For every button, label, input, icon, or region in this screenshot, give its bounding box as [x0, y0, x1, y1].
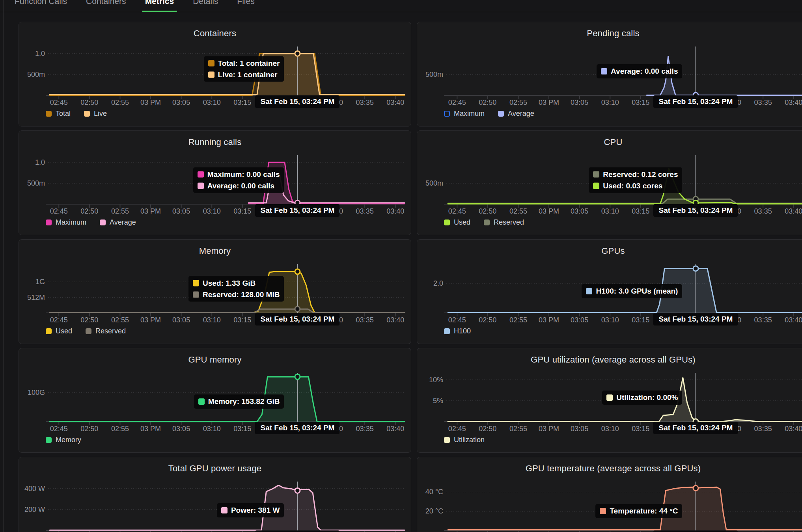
- tooltip-series-swatch: [606, 394, 613, 401]
- legend-item-maximum[interactable]: Maximum: [46, 218, 86, 227]
- tooltip-row: Utilization: 0.00%: [606, 393, 678, 402]
- hover-marker: [295, 374, 300, 379]
- x-tick-label: 02:45: [448, 316, 466, 324]
- x-tick-label: 03:15: [233, 99, 251, 106]
- legend-swatch: [444, 219, 450, 225]
- x-tick-label: 02:50: [80, 99, 98, 106]
- x-tick-label: 03 PM: [539, 316, 559, 324]
- tooltip-series-swatch: [198, 398, 205, 405]
- y-tick-label: 10%: [429, 376, 443, 384]
- x-tick-label: 03:10: [601, 316, 619, 324]
- chart-card-gpu-memory: GPU memory100G02:4502:5002:5503 PM03:050…: [19, 348, 411, 453]
- legend-label: Utilization: [454, 436, 485, 444]
- tab-containers[interactable]: Containers: [85, 0, 127, 12]
- legend-item-memory[interactable]: Memory: [46, 436, 81, 444]
- x-tick-label: 03:15: [632, 207, 649, 215]
- x-tick-label: 03:05: [172, 207, 190, 215]
- x-tick-label: 02:50: [80, 207, 98, 215]
- tab-function-calls[interactable]: Function Calls: [14, 0, 68, 12]
- x-tick-label: 02:45: [50, 316, 68, 324]
- y-tick-label: 200 W: [24, 506, 45, 513]
- tooltip-text: Power: 381 W: [231, 506, 280, 515]
- y-tick-label: 20 °C: [425, 507, 443, 515]
- chart-legend: Utilization: [444, 436, 485, 444]
- chart-plot-area[interactable]: 400 W200 W02:4502:5002:5503 PM03:0503:10…: [23, 480, 408, 532]
- legend-item-average[interactable]: Average: [100, 218, 136, 227]
- x-tick-label: 03:35: [356, 425, 374, 433]
- y-tick-label: 40 °C: [425, 488, 443, 496]
- x-tick-label: 03:10: [203, 425, 221, 433]
- hover-marker: [693, 485, 698, 491]
- x-tick-label: 03:40: [386, 425, 404, 433]
- chart-title: GPUs: [417, 246, 802, 256]
- chart-card-pending-calls: Pending calls500m02:4502:5002:5503 PM03:…: [417, 22, 802, 126]
- legend-item-maximum[interactable]: Maximum: [444, 110, 485, 118]
- legend-item-reserved[interactable]: Reserved: [86, 327, 126, 335]
- chart-title: Containers: [19, 28, 411, 39]
- tooltip-series-swatch: [593, 171, 599, 178]
- tooltip-series-swatch: [600, 508, 606, 514]
- cursor-date-tooltip: Sat Feb 15, 03:24 PM: [255, 204, 339, 217]
- legend-swatch: [84, 111, 90, 117]
- legend-item-used[interactable]: Used: [444, 218, 470, 227]
- x-tick-label: 03:15: [632, 316, 649, 324]
- series-tooltip: Average: 0.00 calls: [597, 64, 682, 78]
- legend-swatch: [46, 111, 52, 117]
- chart-title: Total GPU power usage: [19, 463, 411, 474]
- tooltip-row: H100: 3.0 GPUs (mean): [586, 287, 678, 296]
- legend-swatch: [444, 328, 450, 334]
- tab-metrics[interactable]: Metrics: [144, 0, 175, 12]
- x-tick-label: 03 PM: [140, 425, 161, 433]
- legend-item-total[interactable]: Total: [46, 110, 71, 118]
- legend-swatch: [46, 219, 52, 225]
- legend-item-h100[interactable]: H100: [444, 327, 471, 335]
- legend-item-average[interactable]: Average: [498, 110, 534, 118]
- chart-card-gpu-utilization-average-across-all-gpus: GPU utilization (average across all GPUs…: [417, 348, 802, 453]
- tooltip-series-swatch: [586, 288, 592, 294]
- legend-item-used[interactable]: Used: [46, 327, 72, 335]
- x-tick-label: 02:55: [111, 99, 129, 106]
- tooltip-row: Average: 0.00 calls: [601, 67, 678, 76]
- x-tick-label: 03 PM: [140, 99, 161, 106]
- active-tab-underline: [142, 11, 177, 12]
- tooltip-series-swatch: [221, 507, 228, 513]
- cursor-date-tooltip: Sat Feb 15, 03:24 PM: [653, 204, 738, 217]
- x-tick-label: 02:50: [479, 207, 496, 215]
- tooltip-row: Average: 0.00 calls: [198, 182, 280, 190]
- tab-details[interactable]: Details: [192, 0, 219, 12]
- chart-title: Memory: [19, 246, 411, 256]
- tooltip-text: Average: 0.00 calls: [207, 182, 274, 190]
- x-tick-label: 03:35: [754, 316, 772, 324]
- legend-swatch: [484, 219, 490, 225]
- left-edge-divider: [3, 0, 4, 532]
- legend-label: Total: [56, 110, 71, 118]
- tooltip-text: Temperature: 44 °C: [610, 507, 678, 515]
- y-tick-label: 1.0: [35, 50, 45, 58]
- x-tick-label: 03 PM: [539, 99, 559, 106]
- tooltip-row: Memory: 153.82 GiB: [198, 397, 280, 406]
- tooltip-text: Memory: 153.82 GiB: [208, 397, 280, 406]
- legend-item-live[interactable]: Live: [84, 110, 107, 118]
- x-tick-label: 03:05: [172, 316, 190, 324]
- legend-item-utilization[interactable]: Utilization: [444, 436, 485, 444]
- x-tick-label: 02:45: [50, 425, 68, 433]
- chart-legend: UsedReserved: [444, 218, 524, 227]
- x-tick-label: 03:35: [356, 99, 374, 106]
- series-line-reserved: [448, 199, 802, 203]
- tooltip-row: Used: 1.33 GiB: [193, 279, 280, 288]
- chart-legend: MaximumAverage: [444, 110, 534, 118]
- legend-item-reserved[interactable]: Reserved: [484, 218, 524, 227]
- legend-label: Maximum: [56, 218, 86, 227]
- x-tick-label: 02:45: [448, 207, 466, 215]
- x-tick-label: 03:40: [386, 207, 404, 215]
- tooltip-row: Used: 0.03 cores: [593, 182, 678, 190]
- chart-card-cpu: CPU500m02:4502:5002:5503 PM03:0503:1003:…: [417, 130, 802, 235]
- tab-files[interactable]: Files: [236, 0, 255, 12]
- x-tick-label: 02:55: [111, 316, 129, 324]
- charts-grid: Containers1.0500m02:4502:5002:5503 PM03:…: [0, 12, 802, 532]
- series-tooltip: Used: 1.33 GiBReserved: 128.00 MiB: [188, 276, 284, 302]
- tooltip-text: Average: 0.00 calls: [611, 67, 678, 76]
- x-tick-label: 03:35: [356, 316, 374, 324]
- cursor-date-tooltip: Sat Feb 15, 03:24 PM: [653, 95, 738, 108]
- series-tooltip: Utilization: 0.00%: [602, 391, 682, 405]
